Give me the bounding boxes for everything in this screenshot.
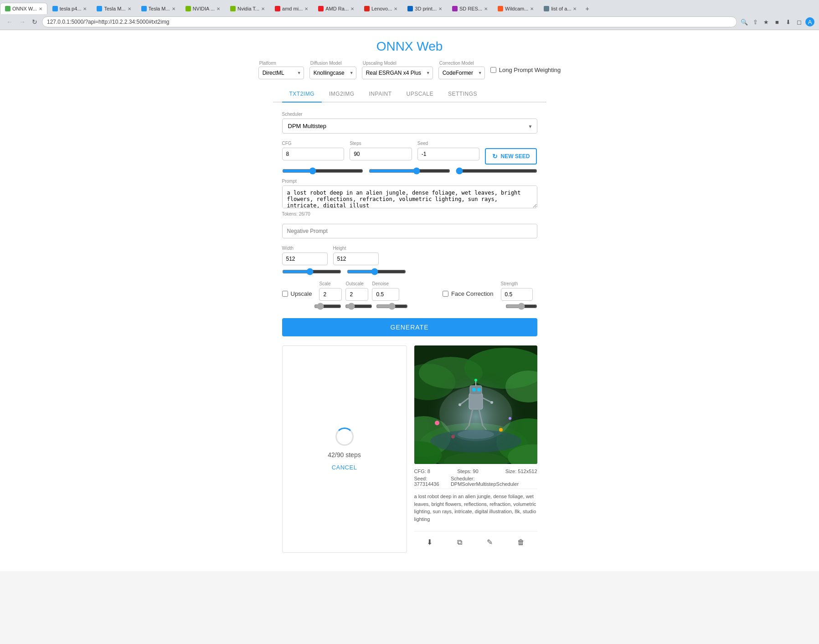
share-icon[interactable]: ⇧ [751,17,760,26]
cancel-button[interactable]: CANCEL [332,464,357,471]
tab-close-1[interactable]: ✕ [83,6,87,11]
edit-button[interactable]: ✎ [483,536,496,548]
tab-10[interactable]: SD RES... ✕ [447,3,493,14]
denoise-slider[interactable] [376,303,408,310]
tab-label-5: Nvidia T... [237,6,259,11]
tab-5[interactable]: Nvidia T... ✕ [225,3,270,14]
tab-8[interactable]: Lenovo... ✕ [359,3,402,14]
tab-close-5[interactable]: ✕ [261,6,265,11]
height-input[interactable] [333,252,379,265]
tab-close-11[interactable]: ✕ [530,6,534,11]
forward-button[interactable]: → [17,17,27,26]
strength-slider[interactable] [505,303,537,310]
tab-settings[interactable]: SETTINGS [441,86,484,102]
window-icon[interactable]: ◻ [794,17,804,26]
tab-7[interactable]: AMD Ra... ✕ [313,3,359,14]
url-input[interactable] [42,16,737,27]
tab-close-onnx[interactable]: ✕ [39,6,42,11]
steps-slider[interactable] [369,167,450,175]
star-icon[interactable]: ★ [762,17,771,26]
param-sliders [282,167,537,176]
cfg-input[interactable] [282,148,345,160]
long-prompt-label[interactable]: Long Prompt Weighting [499,67,561,73]
extension-icon[interactable]: ■ [773,17,782,26]
tab-inpaint[interactable]: INPAINT [362,86,399,102]
denoise-input[interactable] [372,288,399,301]
tab-close-7[interactable]: ✕ [350,6,354,11]
new-seed-button[interactable]: ↻ NEW SEED [485,148,537,165]
steps-input[interactable] [350,148,412,160]
seed-input[interactable] [417,148,480,160]
tab-3[interactable]: Tesla M... ✕ [136,3,180,14]
copy-button[interactable]: ⧉ [453,536,466,548]
tab-1[interactable]: tesla p4... ✕ [47,3,92,14]
upscale-checkbox[interactable] [282,291,288,297]
seed-slider-container [456,167,537,176]
neg-prompt-input[interactable] [282,224,537,238]
tab-upscale[interactable]: UPSCALE [399,86,441,102]
tab-12[interactable]: list of a... ✕ [539,3,582,14]
generate-button[interactable]: GENERATE [282,318,537,336]
tab-close-8[interactable]: ✕ [394,6,397,11]
scheduler-select[interactable]: DPM Multistep DDIM PNDM LMS Euler Euler … [282,118,537,134]
scale-input[interactable] [319,288,342,301]
long-prompt-group: Long Prompt Weighting [490,67,561,73]
cfg-field: CFG [282,141,345,160]
correction-select[interactable]: CodeFormer [438,67,485,79]
scale-field: Scale [319,281,342,301]
cfg-slider[interactable] [282,167,364,175]
strength-label: Strength [501,281,537,286]
height-slider[interactable] [347,268,406,275]
tab-9[interactable]: 3D print... ✕ [402,3,447,14]
back-button[interactable]: ← [5,17,15,26]
tab-favicon-12 [544,6,549,11]
tab-onnx[interactable]: ONNX W... ✕ [0,3,47,14]
long-prompt-checkbox[interactable] [490,67,496,73]
tab-close-12[interactable]: ✕ [573,6,577,11]
correction-group: Correction Model CodeFormer [438,61,485,79]
outscale-slider[interactable] [345,303,372,310]
height-field: Height [333,246,379,265]
tab-favicon-7 [318,6,324,11]
menu-icon[interactable]: A [805,17,814,26]
platform-label: Platform [258,61,304,66]
tab-close-2[interactable]: ✕ [128,6,131,11]
upscaling-select[interactable]: Real ESRGAN x4 Plus [362,67,433,79]
steps-field: Steps [350,141,412,160]
delete-button[interactable]: 🗑 [514,536,528,548]
tab-close-4[interactable]: ✕ [216,6,220,11]
upscale-label[interactable]: Upscale [291,290,312,297]
tab-4[interactable]: NVIDIA ... ✕ [180,3,225,14]
tab-close-6[interactable]: ✕ [304,6,308,11]
cfg-label: CFG [282,141,345,146]
tab-6[interactable]: amd mi... ✕ [270,3,313,14]
download-button[interactable]: ⬇ [423,536,436,548]
tokens-label: Tokens: 26/70 [282,211,537,216]
tab-2[interactable]: Tesla M... ✕ [92,3,136,14]
tab-close-9[interactable]: ✕ [438,6,442,11]
tab-img2img[interactable]: IMG2IMG [322,86,362,102]
seed-slider[interactable] [456,167,537,175]
strength-input[interactable] [501,288,533,301]
tab-close-10[interactable]: ✕ [484,6,488,11]
outscale-input[interactable] [345,288,368,301]
prompt-textarea[interactable]: a lost robot deep in an alien jungle, de… [282,185,537,208]
face-correction-checkbox[interactable] [443,291,448,297]
width-slider[interactable] [282,268,341,275]
toolbar-icons: 🔍 ⇧ ★ ■ ⬇ ◻ A [740,17,814,26]
diffusion-select[interactable]: Knollingcase [309,67,356,79]
image-seed: Seed: 377314436 [414,476,451,487]
tab-txt2img[interactable]: TXT2IMG [282,86,322,103]
tab-11[interactable]: Wildcam... ✕ [493,3,539,14]
upscale-sliders [282,303,537,310]
width-input[interactable] [282,252,328,265]
correction-label: Correction Model [438,61,485,66]
new-tab-button[interactable]: + [582,3,592,14]
platform-select[interactable]: DirectML [258,67,304,79]
tab-close-3[interactable]: ✕ [172,6,175,11]
scale-slider[interactable] [314,303,341,310]
search-icon[interactable]: 🔍 [740,17,749,26]
refresh-button[interactable]: ↻ [30,17,39,26]
download-icon[interactable]: ⬇ [783,17,793,26]
face-correction-label[interactable]: Face Correction [451,290,493,297]
